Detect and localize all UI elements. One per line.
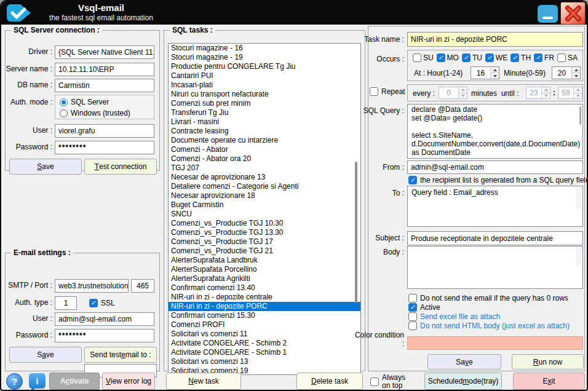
body-label: Body : xyxy=(352,248,404,256)
list-item[interactable]: Comenzi - Abator xyxy=(169,145,360,154)
list-item[interactable]: SNCU xyxy=(169,210,360,219)
list-item[interactable]: Comenzi PROFI xyxy=(169,320,360,330)
list-item[interactable]: AlerterSuprafata Landbruk xyxy=(169,256,360,265)
email-password-field[interactable]: ******** xyxy=(55,329,154,342)
task-list-scrollbar[interactable] xyxy=(355,162,357,303)
list-item[interactable]: Stocuri magazine - 19 xyxy=(169,53,360,62)
sql-password-field[interactable]: ******** xyxy=(55,141,154,154)
to-scrollbar[interactable] xyxy=(576,187,582,209)
list-item[interactable]: NIR-uri in zi - depozite centrale xyxy=(169,293,360,302)
list-item[interactable]: Transferuri Tg Jiu xyxy=(169,108,360,117)
list-item-selected[interactable]: NIR-uri in zi - depozite PORC xyxy=(169,302,360,311)
list-item[interactable]: Comenzi - Abator ora 20 xyxy=(169,154,360,164)
list-item[interactable]: Comenzi sub pret minim xyxy=(169,99,360,108)
day-we-checkbox[interactable]: ✓WE xyxy=(485,53,507,62)
list-item[interactable]: Activitate CONGELARE - Schimb 1 xyxy=(169,348,360,357)
body-field[interactable] xyxy=(407,246,583,289)
recipient-from-query-checkbox[interactable]: ✓ the recipient list is generated from a… xyxy=(408,176,588,184)
list-item[interactable]: AlerterSupafata Porcellino xyxy=(169,265,360,274)
feedback-button[interactable]: i xyxy=(29,373,46,389)
list-item[interactable]: TGJ 207 xyxy=(169,164,360,173)
exit-button[interactable]: Exit xyxy=(513,373,585,390)
list-item[interactable]: Comenzi_vs_Productie TGJ 21 xyxy=(169,247,360,256)
active-checkbox[interactable]: ✓ Active xyxy=(408,303,440,312)
scheduled-mode-button[interactable]: Scheduled mode(tray) xyxy=(424,373,502,390)
day-sa-checkbox[interactable]: SA xyxy=(557,53,578,62)
body-scrollbar[interactable] xyxy=(576,247,582,266)
send-test-email-button[interactable]: Send test email to : xyxy=(84,347,157,363)
test-connection-button[interactable]: Test connection xyxy=(84,159,157,175)
spinner-down-icon[interactable] xyxy=(491,73,499,79)
activate-button[interactable]: Activate xyxy=(49,373,100,390)
spinner-up-icon[interactable] xyxy=(572,67,580,73)
server-name-field[interactable]: 10.12.11.10\ERP xyxy=(55,63,154,76)
sql-task-list[interactable]: Stocuri magazine - 16 Stocuri magazine -… xyxy=(168,43,361,375)
auth-windows-radio[interactable]: Windows (trusted) xyxy=(60,108,149,119)
db-name-field[interactable]: Carmistin xyxy=(55,79,154,92)
auth-sql-server-radio[interactable]: SQL Server xyxy=(60,97,149,108)
day-su-checkbox[interactable]: SU xyxy=(413,53,434,62)
list-item[interactable]: Solicitari vs comenzi 11 xyxy=(169,330,360,339)
list-item[interactable]: AlerterSuprafata Agrikilti xyxy=(169,274,360,283)
sql-query-field[interactable]: declare @Data date set @Data= getdate() … xyxy=(407,104,583,159)
minute-spinner[interactable]: 20 xyxy=(552,66,581,79)
list-item[interactable]: Detaliere comenzi - Categorie si Agenti xyxy=(169,182,360,191)
day-tu-checkbox[interactable]: ✓TU xyxy=(462,53,482,62)
to-field[interactable]: Query field : Email_adress xyxy=(407,186,583,227)
help-button[interactable]: ? xyxy=(6,373,23,390)
checkbox-checked-icon: ✓ xyxy=(89,299,98,307)
list-item[interactable]: Solicitari vs comenzi 13 xyxy=(169,357,360,366)
list-item[interactable]: Comenzi_vs_Productie TGJ 13.30 xyxy=(169,228,360,237)
task-name-field[interactable]: NIR-uri in zi - depozite PORC xyxy=(407,32,583,47)
color-condition-field[interactable] xyxy=(407,336,583,350)
view-error-log-button[interactable]: View error log xyxy=(102,373,155,390)
list-item[interactable]: Confirmari comenzi 15.30 xyxy=(169,311,360,320)
always-on-top-checkbox[interactable]: Always on top xyxy=(370,376,409,390)
spinner-up-icon[interactable] xyxy=(491,67,499,73)
list-item[interactable]: Stocuri magazine - 16 xyxy=(169,44,360,53)
list-item[interactable]: Incasari-plati xyxy=(169,81,360,90)
no-html-body-checkbox[interactable]: Do not send HTML body (just excel as att… xyxy=(408,322,570,330)
list-item[interactable]: Comenzi_vs_Productie TGJ 10.30 xyxy=(169,219,360,228)
new-task-button[interactable]: New task xyxy=(166,373,241,390)
smtp-field[interactable]: web3.trustnetsolutions xyxy=(55,279,129,293)
email-user-field[interactable]: admin@sql-email.com xyxy=(55,312,154,326)
list-item[interactable]: Comenzi_vs_Productie TGJ 17 xyxy=(169,237,360,247)
from-field[interactable]: admin@sql-email.com xyxy=(407,160,583,174)
spinner-down-icon[interactable] xyxy=(572,73,580,79)
list-item[interactable]: Contracte leasing xyxy=(169,127,360,136)
day-mo-checkbox[interactable]: ✓MO xyxy=(437,53,459,62)
list-item[interactable]: Livrari - masini xyxy=(169,117,360,127)
list-item[interactable]: Documente operate cu intarziere xyxy=(169,136,360,145)
sql-save-button[interactable]: Save xyxy=(9,159,82,175)
minimize-button[interactable] xyxy=(538,5,558,23)
list-item[interactable]: Buget Carmistin xyxy=(169,200,360,210)
no-send-zero-rows-checkbox[interactable]: Do not send the email if the query has 0… xyxy=(408,294,568,302)
run-now-button[interactable]: Run now xyxy=(512,354,584,369)
close-button[interactable] xyxy=(560,2,586,25)
list-item[interactable]: Niruri cu transport nefacturate xyxy=(169,90,360,99)
sql-user-field[interactable]: viorel.grafu xyxy=(55,124,154,138)
port-field[interactable]: 465 xyxy=(131,279,154,293)
auth-type-field[interactable]: 1 xyxy=(55,296,77,310)
driver-field[interactable]: {SQL Server Native Client 11.0 xyxy=(55,45,154,59)
list-item[interactable]: Confirmari comenzi 13.40 xyxy=(169,283,360,293)
day-th-checkbox[interactable]: ✓TH xyxy=(511,53,531,62)
list-item[interactable]: Cantariri PUI xyxy=(169,71,360,81)
list-item[interactable]: Necesar aprovizionare 18 xyxy=(169,191,360,200)
task-save-button[interactable]: Save xyxy=(427,354,501,369)
app-title-block: Vsql-email the fastest sql email automat… xyxy=(35,2,167,22)
list-item[interactable]: Necesar de aprovizionare 13 xyxy=(169,173,360,182)
ssl-checkbox[interactable]: ✓ SSL xyxy=(89,299,115,307)
hour-spinner[interactable]: 16 xyxy=(471,66,499,79)
occurs-box: SU ✓MO ✓TU ✓WE ✓TH ✓FR SA At : Hour(1-24… xyxy=(407,50,583,81)
list-item[interactable]: Productie pentru CONGELARE Tg Jiu xyxy=(169,62,360,71)
list-item[interactable]: Activitate CONGELARE - Schimb 2 xyxy=(169,339,360,348)
repeat-checkbox[interactable]: Repeat xyxy=(370,87,405,96)
email-save-button[interactable]: Save xyxy=(9,347,82,363)
subject-field[interactable]: Produse receptionate in depozitele centr… xyxy=(407,231,583,245)
sql-query-scrollbar[interactable] xyxy=(579,106,581,125)
day-fr-checkbox[interactable]: ✓FR xyxy=(534,53,554,62)
send-excel-attach-checkbox[interactable]: Send excel file as attach xyxy=(408,312,500,321)
delete-task-button[interactable]: Delete task xyxy=(296,373,363,390)
